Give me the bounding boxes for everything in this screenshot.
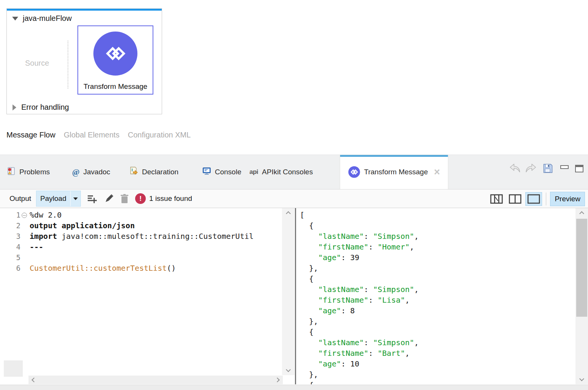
declaration-icon xyxy=(129,167,138,177)
layout-two-pane-icon[interactable] xyxy=(507,192,523,206)
tab-declaration[interactable]: Declaration xyxy=(129,155,178,189)
bottom-strip xyxy=(0,385,588,390)
source-drop-label: Source xyxy=(25,59,49,68)
gutter-line: 3 xyxy=(0,231,28,242)
add-transformation-icon[interactable] xyxy=(87,194,98,204)
output-scope-dropdown[interactable]: Payload xyxy=(36,191,81,207)
tab-configuration-xml[interactable]: Configuration XML xyxy=(128,131,191,139)
preview-vertical-scrollbar[interactable] xyxy=(575,208,588,384)
code-line: output application/json xyxy=(30,220,280,231)
code-line: "firstName": "Lisa", xyxy=(300,295,573,305)
active-tab-accent xyxy=(340,155,448,157)
code-line: { xyxy=(300,220,573,231)
scroll-up-icon[interactable] xyxy=(575,212,588,215)
code-line xyxy=(30,252,280,263)
code-line: { xyxy=(300,327,573,337)
code-line: "lastName": "Simpson", xyxy=(300,337,573,348)
tab-apikit-label: APIkit Consoles xyxy=(262,168,313,176)
preview-json-lines: [ { "lastName": "Simpson", "firstName": … xyxy=(300,210,573,384)
code-line: }, xyxy=(300,369,573,380)
tab-problems-label: Problems xyxy=(19,168,50,176)
flow-selected-accent xyxy=(7,9,162,11)
code-line: "age": 8 xyxy=(300,305,573,316)
api-icon: api xyxy=(249,168,258,176)
scroll-down-icon[interactable] xyxy=(282,368,295,371)
error-handling-label: Error handling xyxy=(21,103,69,112)
code-line: }, xyxy=(300,316,573,327)
tab-javadoc-label: Javadoc xyxy=(84,168,110,176)
toolbar-divider xyxy=(546,193,546,205)
javadoc-icon: @ xyxy=(72,167,80,177)
layout-mapping-view-icon[interactable] xyxy=(488,192,505,206)
code-line: %dw 2.0 xyxy=(30,210,280,220)
dataweave-code-editor[interactable]: 123456 %dw 2.0output application/jsonimp… xyxy=(0,208,295,384)
gutter-line: 5 xyxy=(0,252,28,263)
tab-global-elements[interactable]: Global Elements xyxy=(64,131,120,139)
editor-horizontal-scrollbar[interactable] xyxy=(28,376,283,384)
dataweave-toolbar: Output Payload xyxy=(0,189,588,208)
code-line: "firstName": "Homer", xyxy=(300,242,573,252)
dropdown-arrow-zone[interactable] xyxy=(71,191,80,206)
error-icon: ! xyxy=(135,193,146,204)
delete-icon[interactable] xyxy=(120,194,129,204)
code-line: "age": 39 xyxy=(300,252,573,263)
transform-node-label: Transform Message xyxy=(78,82,153,91)
undo-icon[interactable] xyxy=(509,163,521,174)
tab-transform-message[interactable]: Transform Message × xyxy=(340,155,448,189)
tab-declaration-label: Declaration xyxy=(142,168,178,176)
code-line: { xyxy=(300,380,573,384)
editor-vertical-scrollbar[interactable] xyxy=(282,208,295,375)
save-icon[interactable] xyxy=(543,163,553,174)
minimize-icon[interactable] xyxy=(560,165,569,169)
gutter-corner xyxy=(4,360,23,377)
code-line: "age": 10 xyxy=(300,358,573,369)
flow-view-tabs: Message Flow Global Elements Configurati… xyxy=(6,131,191,139)
code-line: { xyxy=(300,273,573,284)
code-line: --- xyxy=(30,242,280,252)
scrollbar-thumb[interactable] xyxy=(576,219,587,317)
tab-problems[interactable]: Problems xyxy=(7,155,50,189)
transform-message-icon xyxy=(348,166,360,178)
code-line: import java!com::mulesoft::training::Cus… xyxy=(30,231,280,242)
tab-console[interactable]: Console xyxy=(202,155,241,189)
expand-error-handling-icon[interactable] xyxy=(13,104,16,111)
edit-icon[interactable] xyxy=(104,194,114,204)
tab-javadoc[interactable]: @ Javadoc xyxy=(72,155,110,189)
chevron-down-icon xyxy=(73,197,78,200)
tab-message-flow[interactable]: Message Flow xyxy=(6,131,55,139)
maximize-icon[interactable] xyxy=(575,165,583,172)
studio-window: java-muleFlow Source Transform Message xyxy=(0,0,588,390)
code-line: }, xyxy=(300,263,573,273)
tab-console-label: Console xyxy=(215,168,241,176)
source-process-divider xyxy=(68,41,68,88)
redo-icon[interactable] xyxy=(525,163,537,174)
fold-collapse-icon[interactable] xyxy=(20,210,28,220)
tab-transform-label: Transform Message xyxy=(364,168,428,176)
gutter-line: 2 xyxy=(0,220,28,231)
panel-action-icons xyxy=(509,163,583,174)
transform-message-node[interactable]: Transform Message xyxy=(77,25,153,95)
code-line: CustomerUtil::customerTestList() xyxy=(30,263,280,273)
preview-button[interactable]: Preview xyxy=(550,192,585,206)
preview-output-pane: [ { "lastName": "Simpson", "firstName": … xyxy=(296,208,588,384)
close-icon[interactable]: × xyxy=(434,168,440,176)
flow-container[interactable]: java-muleFlow Source Transform Message xyxy=(6,8,162,114)
scroll-down-icon[interactable] xyxy=(575,377,588,381)
flow-name: java-muleFlow xyxy=(23,14,72,23)
code-line: "lastName": "Simpson", xyxy=(300,231,573,242)
collapse-flow-icon[interactable] xyxy=(12,17,18,21)
output-label: Output xyxy=(9,194,31,203)
panel-tabbar: Problems @ Javadoc Declaration xyxy=(0,155,588,189)
editor-split: 123456 %dw 2.0output application/jsonimp… xyxy=(0,208,588,384)
dataweave-icon xyxy=(93,32,137,76)
layout-single-pane-icon[interactable] xyxy=(525,192,542,206)
gutter-line: 6 xyxy=(0,263,28,273)
scroll-right-icon[interactable] xyxy=(276,376,279,384)
dw-code-lines[interactable]: %dw 2.0output application/jsonimport jav… xyxy=(30,210,280,273)
layout-controls: Preview xyxy=(488,192,585,206)
tab-apikit-consoles[interactable]: api APIkit Consoles xyxy=(249,155,313,189)
line-number-gutter: 123456 xyxy=(0,210,28,273)
code-line: "lastName": "Simpson", xyxy=(300,284,573,295)
scroll-up-icon[interactable] xyxy=(282,212,295,215)
scroll-left-icon[interactable] xyxy=(32,376,36,384)
